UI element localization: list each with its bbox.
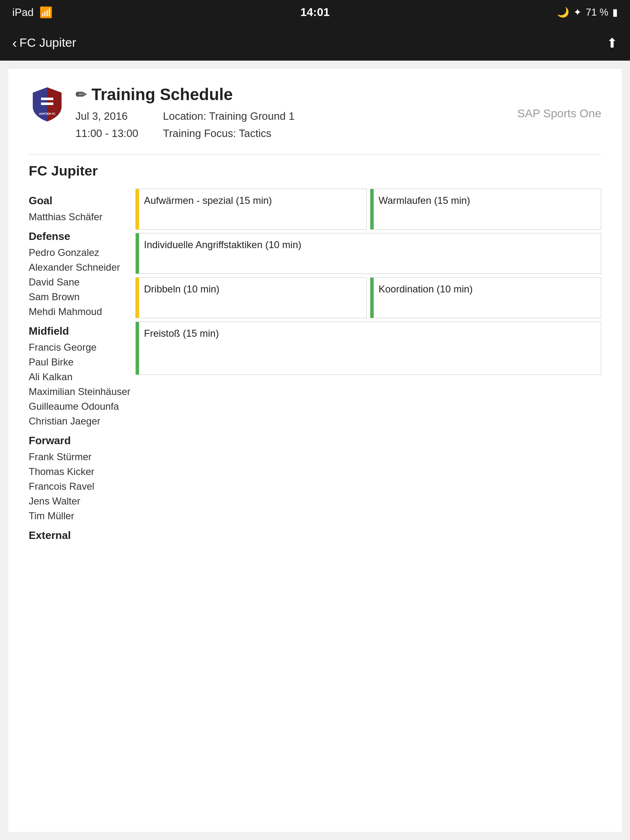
- schedule-header: JUPITER FC ✏ Training Schedule Jul 3, 20…: [29, 85, 601, 142]
- schedule-blocks: Aufwärmen - spezial (15 min) Warmlaufen …: [135, 189, 601, 375]
- block-aufwarmen: Aufwärmen - spezial (15 min): [135, 189, 367, 230]
- accent-aufwarmen: [136, 189, 139, 229]
- club-logo: JUPITER FC: [29, 85, 66, 122]
- accent-warmlaufen: [370, 189, 374, 229]
- player-francois-ravel: Francois Ravel: [29, 479, 135, 494]
- roster: Goal Matthias Schäfer Defense Pedro Gonz…: [29, 189, 135, 544]
- accent-individuelle: [136, 233, 139, 274]
- player-thomas-kicker: Thomas Kicker: [29, 464, 135, 479]
- player-guilleaume-odounfa: Guilleaume Odounfa: [29, 399, 135, 414]
- svg-rect-0: [41, 98, 53, 100]
- player-christian-jaeger: Christian Jaeger: [29, 414, 135, 429]
- header-left: JUPITER FC ✏ Training Schedule Jul 3, 20…: [29, 85, 294, 142]
- external-title: External: [29, 527, 135, 543]
- carrier-label: iPad: [12, 6, 34, 19]
- player-pedro-gonzalez: Pedro Gonzalez: [29, 245, 135, 260]
- block-label-aufwarmen: Aufwärmen - spezial (15 min): [136, 189, 366, 212]
- page-content: JUPITER FC ✏ Training Schedule Jul 3, 20…: [8, 69, 622, 832]
- battery-icon: ▮: [612, 7, 618, 18]
- player-alexander-schneider: Alexander Schneider: [29, 260, 135, 275]
- block-label-individuelle: Individuelle Angriffstaktiken (10 min): [136, 233, 601, 256]
- player-ali-kalkan: Ali Kalkan: [29, 370, 135, 384]
- header-info: ✏ Training Schedule Jul 3, 2016 11:00 - …: [75, 85, 294, 142]
- player-maximilian-steinhauer: Maximilian Steinhäuser: [29, 384, 135, 399]
- block-label-koordination: Koordination (10 min): [370, 278, 601, 301]
- schedule-meta: Jul 3, 2016 11:00 - 13:00 Location: Trai…: [75, 108, 294, 142]
- wifi-icon: 📶: [39, 6, 52, 19]
- pencil-icon: ✏: [75, 87, 87, 103]
- schedule-title-text: Training Schedule: [91, 85, 233, 104]
- goal-title: Goal: [29, 193, 135, 209]
- player-paul-birke: Paul Birke: [29, 355, 135, 370]
- meta-date: Jul 3, 2016 11:00 - 13:00: [75, 108, 138, 142]
- block-label-warmlaufen: Warmlaufen (15 min): [370, 189, 601, 212]
- back-button[interactable]: ‹ FC Jupiter: [12, 36, 76, 50]
- player-sam-brown: Sam Brown: [29, 290, 135, 304]
- svg-text:JUPITER FC: JUPITER FC: [39, 112, 56, 115]
- date-value: Jul 3, 2016: [75, 108, 138, 125]
- player-mehdi-mahmoud: Mehdi Mahmoud: [29, 304, 135, 319]
- back-label: FC Jupiter: [19, 36, 76, 50]
- block-dribbeln: Dribbeln (10 min): [135, 277, 367, 318]
- svg-rect-1: [41, 103, 53, 105]
- main-layout: Goal Matthias Schäfer Defense Pedro Gonz…: [29, 189, 601, 544]
- block-individuelle: Individuelle Angriffstaktiken (10 min): [135, 233, 601, 274]
- nav-bar: ‹ FC Jupiter ⬆: [0, 25, 630, 61]
- share-button[interactable]: ⬆: [607, 34, 618, 51]
- player-frank-sturmer: Frank Stürmer: [29, 450, 135, 464]
- time-display: 14:01: [300, 6, 330, 19]
- roster-group-midfield: Midfield Francis George Paul Birke Ali K…: [29, 323, 135, 429]
- accent-freistoss: [136, 322, 139, 374]
- block-koordination: Koordination (10 min): [370, 277, 601, 318]
- player-jens-walter: Jens Walter: [29, 494, 135, 509]
- accent-koordination: [370, 278, 374, 318]
- forward-title: Forward: [29, 433, 135, 449]
- block-warmlaufen: Warmlaufen (15 min): [370, 189, 601, 230]
- header-divider: [29, 154, 601, 155]
- roster-group-goal: Goal Matthias Schäfer: [29, 193, 135, 224]
- focus-value: Training Focus: Tactics: [163, 125, 294, 142]
- share-icon: ⬆: [607, 36, 618, 50]
- player-tim-muller: Tim Müller: [29, 509, 135, 523]
- roster-group-defense: Defense Pedro Gonzalez Alexander Schneid…: [29, 228, 135, 319]
- player-francis-george: Francis George: [29, 340, 135, 355]
- block-label-dribbeln: Dribbeln (10 min): [136, 278, 366, 301]
- back-chevron-icon: ‹: [12, 36, 17, 50]
- player-matthias-schafer: Matthias Schäfer: [29, 210, 135, 224]
- status-left: iPad 📶: [12, 6, 52, 19]
- status-bar: iPad 📶 14:01 🌙 ✦ 71 % ▮: [0, 0, 630, 25]
- meta-location: Location: Training Ground 1 Training Foc…: [163, 108, 294, 142]
- team-name: FC Jupiter: [29, 163, 601, 179]
- schedule-title: ✏ Training Schedule: [75, 85, 294, 104]
- bluetooth-icon: ✦: [573, 7, 582, 18]
- block-freistoss: Freistoß (15 min): [135, 322, 601, 375]
- midfield-title: Midfield: [29, 323, 135, 339]
- time-value: 11:00 - 13:00: [75, 125, 138, 142]
- status-right: 🌙 ✦ 71 % ▮: [557, 7, 618, 18]
- accent-dribbeln: [136, 278, 139, 318]
- roster-group-external: External: [29, 527, 135, 543]
- location-value: Location: Training Ground 1: [163, 108, 294, 125]
- moon-icon: 🌙: [557, 7, 569, 18]
- battery-label: 71 %: [586, 7, 608, 18]
- player-david-sane: David Sane: [29, 275, 135, 290]
- sap-brand: SAP Sports One: [517, 107, 601, 120]
- defense-title: Defense: [29, 228, 135, 244]
- block-label-freistoss: Freistoß (15 min): [136, 322, 601, 345]
- roster-group-forward: Forward Frank Stürmer Thomas Kicker Fran…: [29, 433, 135, 523]
